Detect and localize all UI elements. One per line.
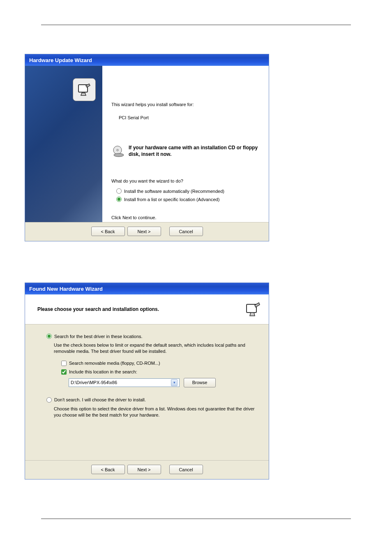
dont-search-description: Choose this option to select the device …	[54, 406, 257, 419]
checkbox-search-removable[interactable]	[61, 361, 67, 366]
dialog1-titlebar[interactable]: Hardware Update Wizard	[25, 54, 269, 66]
checkbox-removable-label[interactable]: Search removable media (floppy, CD-ROM..…	[69, 361, 160, 366]
chevron-down-icon[interactable]: ▾	[171, 379, 178, 386]
back-button[interactable]: < Back	[91, 227, 125, 236]
dialog1-body: This wizard helps you install software f…	[25, 66, 269, 222]
dialog1-button-row: < Back Next > Cancel	[25, 222, 269, 241]
dialog1-radio-group: Install the software automatically (Reco…	[116, 188, 260, 202]
radio-search-label[interactable]: Search for the best driver in these loca…	[54, 334, 143, 339]
back-button[interactable]: < Back	[91, 465, 125, 474]
page-top-rule	[41, 25, 351, 25]
checkbox-include-label[interactable]: Include this location in the search:	[69, 369, 137, 374]
cancel-button[interactable]: Cancel	[169, 227, 203, 236]
cancel-button[interactable]: Cancel	[169, 465, 203, 474]
found-new-hardware-wizard-dialog: Found New Hardware Wizard Please choose …	[25, 283, 269, 480]
radio-install-from-list[interactable]	[116, 197, 122, 202]
hardware-update-wizard-dialog: Hardware Update Wizard This wizard helps…	[25, 54, 269, 241]
dialog1-sidebar-graphic	[25, 66, 102, 222]
next-button[interactable]: Next >	[127, 227, 161, 236]
dialog1-content: This wizard helps you install software f…	[102, 66, 269, 222]
device-name-text: PCI Serial Port	[119, 115, 260, 120]
dialog2-titlebar[interactable]: Found New Hardware Wizard	[25, 283, 269, 294]
cd-hint-block: If your hardware came with an installati…	[111, 145, 260, 159]
dialog1-question: What do you want the wizard to do?	[111, 178, 260, 183]
radio-search-best-driver[interactable]	[46, 334, 52, 339]
device-icon	[73, 78, 96, 101]
dialog2-body: Search for the best driver in these loca…	[25, 324, 269, 460]
dialog2-heading: Please choose your search and installati…	[37, 306, 159, 312]
location-path-value: D:\Driver\MPX-954\x86	[71, 380, 117, 385]
browse-button[interactable]: Browse	[184, 378, 216, 387]
radio-advanced-label[interactable]: Install from a list or specific location…	[124, 197, 219, 202]
checkbox-include-location[interactable]	[61, 369, 67, 375]
dialog1-title: Hardware Update Wizard	[29, 57, 92, 63]
radio-dont-search[interactable]	[46, 397, 52, 403]
svg-point-3	[114, 153, 124, 157]
dialog1-intro-text: This wizard helps you install software f…	[111, 102, 260, 107]
dialog2-header: Please choose your search and installati…	[25, 294, 269, 324]
next-button[interactable]: Next >	[127, 465, 161, 474]
device-icon	[244, 300, 262, 318]
radio-dont-search-label[interactable]: Don't search. I will choose the driver t…	[54, 397, 146, 402]
cd-hint-text: If your hardware came with an installati…	[129, 145, 260, 158]
radio-auto-label[interactable]: Install the software automatically (Reco…	[124, 189, 224, 194]
svg-point-2	[117, 149, 118, 151]
dialog2-title: Found New Hardware Wizard	[29, 286, 103, 292]
click-next-text: Click Next to continue.	[111, 215, 260, 220]
dialog2-button-row: < Back Next > Cancel	[25, 460, 269, 479]
path-row: D:\Driver\MPX-954\x86 ▾ Browse	[69, 378, 257, 387]
radio-install-automatically[interactable]	[116, 188, 122, 194]
search-description: Use the check boxes below to limit or ex…	[54, 342, 257, 355]
location-combobox[interactable]: D:\Driver\MPX-954\x86 ▾	[69, 378, 180, 387]
page-bottom-rule	[41, 519, 351, 519]
cd-icon	[111, 145, 125, 159]
